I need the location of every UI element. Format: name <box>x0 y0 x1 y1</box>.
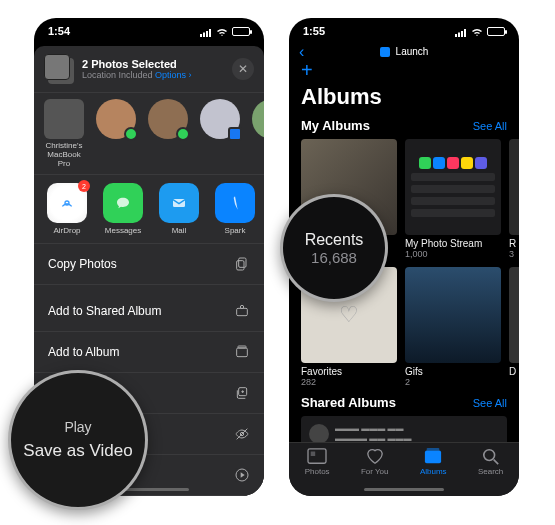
status-time: 1:54 <box>48 25 70 37</box>
heart-icon <box>364 447 386 465</box>
svg-rect-22 <box>380 47 390 57</box>
section-my-albums-header: My Albums See All <box>289 118 519 139</box>
photos-icon <box>306 447 328 465</box>
album-gifs[interactable]: Gifs 2 <box>405 267 501 387</box>
magnified-recents-count: 16,688 <box>311 249 357 266</box>
share-options-link[interactable]: Options › <box>155 70 192 80</box>
add-album-button[interactable]: + <box>289 59 519 82</box>
app-airdrop[interactable]: 2 AirDrop <box>44 183 90 235</box>
svg-rect-3 <box>209 29 211 37</box>
action-add-shared-album[interactable]: Add to Shared Album <box>34 291 264 332</box>
share-apps-row[interactable]: 2 AirDrop Messages Mail Spark <box>34 174 264 244</box>
svg-point-27 <box>483 450 494 461</box>
svg-rect-11 <box>238 346 246 348</box>
svg-rect-18 <box>455 34 457 37</box>
tab-search[interactable]: Search <box>478 447 503 496</box>
contact-person[interactable] <box>198 99 242 168</box>
battery-icon <box>487 27 505 36</box>
svg-rect-7 <box>237 261 244 270</box>
svg-rect-6 <box>239 258 246 267</box>
status-icons <box>200 27 250 36</box>
see-all-link[interactable]: See All <box>473 120 507 132</box>
svg-rect-10 <box>237 348 248 357</box>
action-add-album[interactable]: Add to Album <box>34 332 264 373</box>
svg-rect-0 <box>200 34 202 37</box>
status-bar: 1:54 <box>34 18 264 44</box>
album-photo-stream[interactable]: My Photo Stream 1,000 <box>405 139 501 259</box>
svg-rect-24 <box>311 452 316 457</box>
tab-photos[interactable]: Photos <box>305 447 330 496</box>
app-mail[interactable]: Mail <box>156 183 202 235</box>
album-cutoff-2[interactable]: D <box>509 267 519 387</box>
spark-icon <box>227 195 243 211</box>
contact-person[interactable] <box>250 99 264 168</box>
status-time: 1:55 <box>303 25 325 37</box>
album-icon <box>234 344 250 360</box>
selected-thumbnails[interactable] <box>44 54 74 84</box>
svg-rect-20 <box>461 31 463 37</box>
action-copy-photos[interactable]: Copy Photos <box>34 244 264 285</box>
album-cutoff[interactable]: R 3 <box>509 139 519 259</box>
share-contacts-row[interactable]: Christine's MacBook Pro <box>34 93 264 174</box>
back-icon[interactable]: ‹ <box>299 43 304 61</box>
airdrop-icon <box>59 195 75 211</box>
home-indicator[interactable] <box>364 488 444 491</box>
svg-rect-25 <box>425 451 441 464</box>
contact-macbook[interactable]: Christine's MacBook Pro <box>42 99 86 168</box>
copy-icon <box>234 256 250 272</box>
nav-bar: ‹ Launch <box>289 44 519 59</box>
play-icon <box>234 467 250 483</box>
heart-icon: ♡ <box>339 302 359 328</box>
mail-icon <box>171 195 187 211</box>
status-bar: 1:55 <box>289 18 519 44</box>
albums-icon <box>422 447 444 465</box>
svg-rect-1 <box>203 33 205 38</box>
magnifier-recents: Recents 16,688 <box>280 194 388 302</box>
messages-icon <box>115 195 131 211</box>
page-title: Albums <box>289 82 519 118</box>
magnified-play-label: Play <box>64 419 91 435</box>
app-spark[interactable]: Spark <box>212 183 258 235</box>
magnified-recents-label: Recents <box>305 231 364 249</box>
magnifier-save-as-video: Play Save as Video <box>8 370 148 510</box>
contact-person[interactable] <box>94 99 138 168</box>
status-icons <box>455 27 505 36</box>
badge-count: 2 <box>78 180 90 192</box>
see-all-link[interactable]: See All <box>473 397 507 409</box>
duplicate-icon <box>234 385 250 401</box>
cellular-icon <box>200 27 212 35</box>
svg-rect-8 <box>237 309 248 316</box>
search-icon <box>480 447 502 465</box>
svg-rect-26 <box>427 448 440 451</box>
svg-rect-21 <box>464 29 466 37</box>
svg-rect-2 <box>206 31 208 37</box>
share-subtitle: Location Included Options › <box>82 70 192 80</box>
wifi-icon <box>216 27 228 36</box>
close-icon[interactable]: ✕ <box>232 58 254 80</box>
share-sheet-header: 2 Photos Selected Location Included Opti… <box>34 46 264 93</box>
shared-album-icon <box>234 303 250 319</box>
svg-rect-19 <box>458 33 460 38</box>
magnified-save-video-label: Save as Video <box>23 441 132 461</box>
section-shared-header: Shared Albums See All <box>289 395 519 416</box>
wifi-icon <box>471 27 483 36</box>
app-messages[interactable]: Messages <box>100 183 146 235</box>
hide-icon <box>234 426 250 442</box>
cellular-icon <box>455 27 467 35</box>
contact-person[interactable] <box>146 99 190 168</box>
svg-line-28 <box>493 460 498 465</box>
launch-icon <box>380 47 390 57</box>
nav-title: Launch <box>396 46 429 57</box>
battery-icon <box>232 27 250 36</box>
share-title: 2 Photos Selected <box>82 58 192 70</box>
